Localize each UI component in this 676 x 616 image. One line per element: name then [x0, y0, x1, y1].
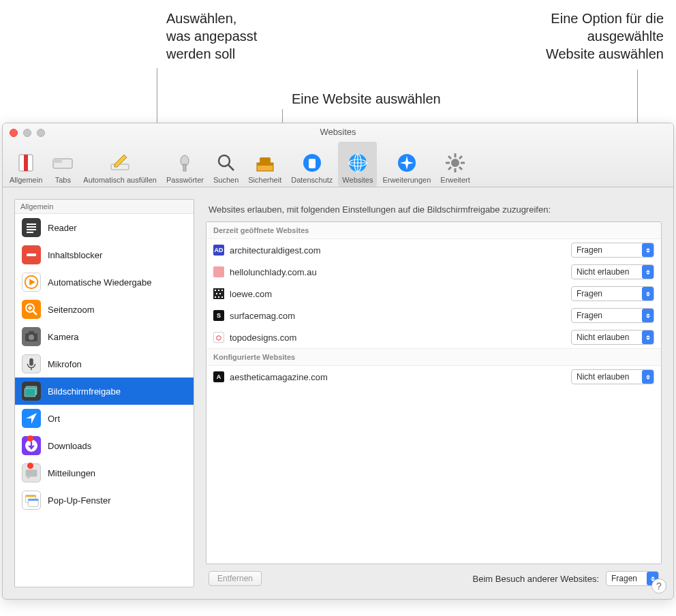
sidebar-item-popup[interactable]: Pop-Up-Fenster [15, 487, 194, 514]
svg-rect-6 [183, 164, 186, 171]
permission-popup[interactable]: Fragen [571, 308, 654, 323]
favicon-icon: AD [213, 245, 224, 256]
permission-popup[interactable]: Fragen [571, 243, 654, 258]
svg-rect-33 [27, 232, 33, 233]
sidebar-item-autoplay[interactable]: Automatische Wiedergabe [15, 268, 194, 296]
toolbar-general[interactable]: Allgemein [5, 142, 46, 187]
svg-rect-59 [28, 499, 38, 501]
svg-point-21 [451, 159, 459, 167]
popup-icon [22, 491, 41, 510]
tabs-icon [52, 152, 74, 174]
svg-rect-3 [53, 159, 62, 163]
toolbar-label: Automatisch ausfüllen [83, 176, 157, 184]
callouts-layer: Auswählen, was angepasst werden soll Ein… [0, 0, 676, 136]
sidebar-item-pagezoom[interactable]: Seitenzoom [15, 296, 194, 323]
sidebar-item-screenshare[interactable]: Bildschirmfreigabe [15, 378, 194, 405]
toolbar-label: Sicherheit [248, 176, 281, 184]
sidebar-item-label: Mitteilungen [48, 468, 95, 478]
svg-marker-49 [26, 413, 37, 424]
websites-icon [347, 152, 369, 174]
toolbar-label: Allgemein [10, 176, 42, 184]
svg-rect-31 [27, 226, 36, 228]
sidebar-item-label: Reader [48, 223, 77, 233]
sidebar-item-label: Ort [48, 414, 60, 424]
svg-rect-1 [24, 155, 28, 171]
sidebar-item-location[interactable]: Ort [15, 405, 194, 432]
favicon-icon [213, 266, 224, 277]
callout-left: Auswählen, was angepasst werden soll [166, 10, 257, 63]
sidebar-item-label: Inhaltsblocker [48, 250, 102, 260]
extensions-icon [396, 152, 418, 174]
updown-arrows-icon [642, 370, 654, 384]
toolbar-passwords[interactable]: Passwörter [162, 142, 208, 187]
permission-popup[interactable]: Fragen [571, 286, 654, 301]
notifications-icon [22, 463, 41, 482]
toolbar-tabs[interactable]: Tabs [48, 142, 78, 187]
toolbar-label: Datenschutz [291, 176, 333, 184]
sidebar-item-label: Bildschirmfreigabe [48, 386, 121, 397]
help-button[interactable]: ? [651, 579, 666, 594]
svg-rect-44 [29, 331, 34, 334]
security-icon [254, 152, 276, 174]
contentblockers-icon [22, 245, 41, 264]
toolbar-websites[interactable]: Websites [338, 142, 377, 187]
permission-popup[interactable]: Nicht erlauben [571, 330, 654, 345]
svg-rect-11 [260, 157, 271, 164]
badge-dot [27, 463, 33, 469]
sidebar-item-contentblockers[interactable]: Inhaltsblocker [15, 241, 194, 268]
svg-line-26 [448, 156, 451, 159]
toolbar-label: Erweitert [440, 176, 470, 184]
sidebar-item-reader[interactable]: Reader [15, 214, 194, 241]
general-icon [15, 152, 37, 174]
sidebar-item-camera[interactable]: Kamera [15, 323, 194, 350]
screenshare-icon [22, 382, 41, 401]
svg-rect-64 [216, 293, 217, 294]
website-row[interactable]: AD architecturaldigest.com Fragen [206, 239, 661, 261]
website-domain: hellolunchlady.com.au [230, 267, 566, 277]
permission-popup[interactable]: Nicht erlauben [571, 264, 654, 279]
microphone-icon [22, 354, 41, 373]
remove-button[interactable]: Entfernen [209, 571, 262, 586]
sidebar-item-label: Mikrofon [48, 359, 82, 369]
sidebar-item-notifications[interactable]: Mitteilungen [15, 459, 194, 487]
website-row[interactable]: loewe.com Fragen [206, 283, 661, 305]
website-row[interactable]: ⬡ topodesigns.com Nicht erlauben [206, 326, 661, 348]
favicon-icon: A [213, 371, 224, 382]
website-row[interactable]: hellolunchlady.com.au Nicht erlauben [206, 261, 661, 283]
sidebar-item-label: Kamera [48, 332, 79, 342]
configured-sites-list: A aestheticamagazine.com Nicht erlauben [206, 366, 661, 388]
permission-value: Nicht erlauben [577, 372, 629, 382]
website-row[interactable]: A aestheticamagazine.com Nicht erlauben [206, 366, 661, 388]
permission-value: Fragen [577, 245, 602, 255]
svg-line-27 [459, 167, 462, 170]
website-row[interactable]: S surfacemag.com Fragen [206, 305, 661, 326]
updown-arrows-icon [642, 309, 654, 322]
svg-rect-61 [215, 290, 216, 291]
updown-arrows-icon [642, 265, 654, 279]
toolbar-security[interactable]: Sicherheit [244, 142, 286, 187]
toolbar-autofill[interactable]: Automatisch ausfüllen [79, 142, 161, 187]
sidebar-item-downloads[interactable]: Downloads [15, 432, 194, 459]
callout-middle: Eine Website auswählen [292, 90, 441, 108]
badge-dot [27, 435, 33, 442]
sidebar-list: ReaderInhaltsblockerAutomatische Wiederg… [15, 214, 194, 514]
window-title: Websites [3, 127, 673, 137]
prefs-window: Websites AllgemeinTabsAutomatisch ausfül… [2, 123, 674, 600]
toolbar-extensions[interactable]: Erweiterungen [378, 142, 435, 187]
toolbar-search[interactable]: Suchen [209, 142, 243, 187]
svg-rect-68 [221, 296, 223, 298]
prefs-toolbar: AllgemeinTabsAutomatisch ausfüllenPasswö… [5, 139, 671, 187]
open-sites-list: AD architecturaldigest.com Fragen hellol… [206, 239, 661, 348]
other-websites-value: Fragen [611, 574, 637, 583]
toolbar-label: Suchen [213, 176, 239, 184]
permission-value: Nicht erlauben [577, 333, 629, 342]
svg-rect-30 [27, 224, 36, 225]
toolbar-advanced[interactable]: Erweitert [436, 142, 474, 187]
toolbar-privacy[interactable]: Datenschutz [287, 142, 337, 187]
svg-line-39 [33, 311, 37, 315]
svg-rect-48 [25, 388, 35, 397]
svg-rect-13 [309, 159, 316, 168]
search-icon [215, 152, 237, 174]
permission-popup[interactable]: Nicht erlauben [571, 369, 654, 384]
sidebar-item-microphone[interactable]: Mikrofon [15, 350, 194, 378]
